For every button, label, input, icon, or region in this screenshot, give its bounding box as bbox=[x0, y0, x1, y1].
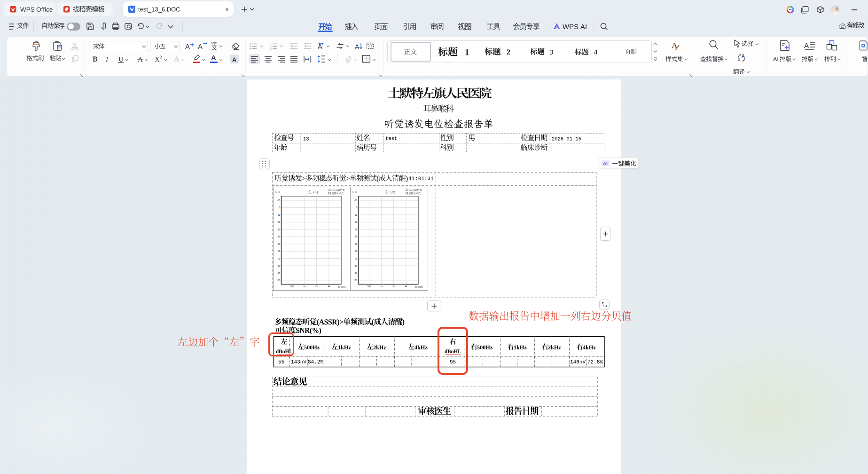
svg-text:90: 90 bbox=[278, 272, 281, 275]
svg-text:80: 80 bbox=[278, 265, 281, 267]
svg-text:4k: 4k bbox=[328, 285, 331, 288]
svg-text:50: 50 bbox=[278, 243, 281, 245]
svg-text:500: 500 bbox=[290, 285, 294, 288]
svg-text:20: 20 bbox=[355, 221, 358, 223]
svg-text:40: 40 bbox=[278, 236, 281, 238]
svg-text:100: 100 bbox=[276, 279, 280, 282]
svg-text:30: 30 bbox=[278, 229, 281, 231]
svg-text:A: A bbox=[742, 54, 745, 59]
svg-text:3: 3 bbox=[270, 47, 272, 50]
svg-text:70: 70 bbox=[355, 258, 358, 260]
svg-text:90: 90 bbox=[355, 272, 358, 275]
svg-text:60: 60 bbox=[278, 250, 281, 253]
svg-text:60: 60 bbox=[355, 250, 358, 253]
svg-text:30: 30 bbox=[355, 229, 358, 231]
svg-text:0: 0 bbox=[279, 206, 280, 209]
svg-text:2k: 2k bbox=[392, 285, 395, 288]
svg-text:x: x bbox=[738, 57, 740, 62]
svg-text:500: 500 bbox=[368, 285, 371, 288]
svg-text:0: 0 bbox=[356, 206, 357, 209]
svg-text:100: 100 bbox=[353, 279, 357, 282]
svg-text:70: 70 bbox=[278, 258, 281, 260]
svg-text:20: 20 bbox=[278, 221, 281, 223]
svg-text:-10: -10 bbox=[354, 199, 357, 202]
svg-text:40: 40 bbox=[355, 236, 358, 238]
svg-text:1k: 1k bbox=[380, 285, 383, 288]
svg-text:10: 10 bbox=[278, 214, 281, 216]
svg-text:80: 80 bbox=[355, 265, 358, 267]
svg-text:10: 10 bbox=[355, 214, 358, 216]
svg-text:4k: 4k bbox=[405, 285, 408, 288]
svg-text:1k: 1k bbox=[303, 285, 306, 288]
svg-text:2k: 2k bbox=[315, 285, 318, 288]
svg-text:-10: -10 bbox=[277, 199, 280, 202]
svg-text:A: A bbox=[804, 41, 809, 49]
svg-text:50: 50 bbox=[355, 243, 358, 245]
